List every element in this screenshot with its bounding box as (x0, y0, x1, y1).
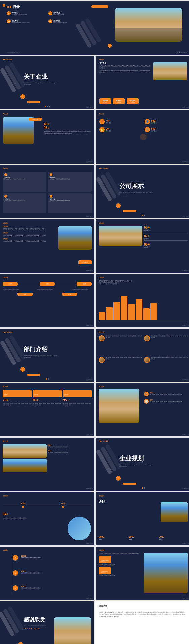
stats2-num-3: 20+ (106, 128, 111, 130)
row-12: 感谢欣赏 公司介绍/企业营销/部门介绍/企业规划 THANK YOU DAYPP… (0, 601, 189, 644)
about-title-cn: 关于企业 (24, 73, 57, 81)
cards-watermark: DAYPPT.COM (86, 216, 93, 217)
timeline-pct-1: 20% (21, 502, 25, 505)
plan-title-watermark: DAYPPT.COM (182, 488, 189, 490)
slide-plan-title: 企业规划 Input the data here,change the pict… (96, 438, 189, 491)
row-10: 企业规划 20% 20% 34+ 企业规划企业规划企业规划企业规划企业规划企业规… (0, 492, 189, 545)
company-list-watermark: DAYPPT.COM (86, 270, 93, 272)
stats1-desc1: 关于企业 关于企业 关于企业,关于企业关于企业关于企业关于企业。关于企业关于企业… (99, 65, 151, 69)
row-8: 部门介绍 部门1 78+ 部门介绍部门介绍部门介绍部门介绍部门介绍部门介绍部门介… (0, 383, 189, 436)
deco-pill (91, 5, 108, 8)
company-stat-label-3: 公司展示 (144, 246, 188, 248)
plan-stat-item-3: 20% 规划3 (159, 535, 188, 540)
dept-stat-label-1: 部门1 (3, 390, 32, 397)
row-5: 公司展示 公司展示 公司展示公司展示公司展示公司展示公司展示公司展示公司展示公司… (0, 219, 189, 273)
dept-stat-desc-2: 部门介绍部门介绍部门介绍部门介绍部门介绍部门介绍部门介绍部门介绍部门介绍 (33, 403, 62, 406)
stats2-grid: 📍 45+ 关于企业 👤 980+ 关于企业 🔔 20+ 关于企业 (99, 119, 187, 132)
row-4: 关于企业 关于企业 关于企业关于企业关于企业关于企业关于企业 关于企业 关于企业… (0, 165, 189, 218)
flow-desc-2: 公司展示公司展示公司展示公司展示 (37, 289, 58, 290)
dept-person-desc-2: 部门介绍部门介绍部门介绍部门介绍部门介绍部门介绍部门介绍部门介绍部门介绍部门介绍 (151, 335, 188, 338)
about-card-4: 关于企业 关于企业关于企业关于企业关于企业关于企业 (48, 193, 92, 213)
copyright-desc: 感谢您下载使用本套模板，关于版权方面 ("Finally Them")，若有，我… (99, 611, 185, 618)
company-list-header: 公司展示 (3, 222, 8, 224)
plan-title-section: ▶▶▶ 企业规划 (99, 440, 108, 442)
features-header: 关于企业 (3, 113, 8, 115)
dept-photo-watermark: DAYPPT.COM (182, 434, 189, 435)
company-list-item-desc-2: 公司展示公司展示公司展示公司展示公司展示公司展示公司展示公司展示 (3, 234, 56, 236)
bar-6 (136, 299, 142, 320)
toc-sublabel-4: CORPORATE PLANNING (53, 22, 67, 23)
slide-copyright: 版权声明 感谢您下载使用本套模板，关于版权方面 ("Finally Them")… (95, 601, 189, 644)
dept-stat-name-2: 部门2 (34, 394, 38, 396)
stats2-label-4: 关于企业 (151, 130, 157, 132)
plan-title-navdots (142, 487, 145, 489)
company-flow-top: 步骤 步骤 步骤 (3, 282, 92, 286)
stat-box-2: 98% 关于企业 (113, 98, 125, 104)
dept-grid-desc-1: 部门介绍部门介绍部门介绍部门介绍部门介绍 (48, 446, 92, 448)
dept-stat-name-3: 部门3 (64, 394, 68, 396)
toc-sublabel-2: COMPANY DISPLAY (53, 14, 65, 15)
toc-grid: 01 关于企业 COMPANY INTRODUCTION 02 公司展示 COM… (7, 11, 87, 24)
card-desc-1: 关于企业关于企业关于企业关于企业关于企业 (4, 178, 45, 180)
dept-title-content: 部门介绍 Input the data here,change the pict… (24, 345, 57, 358)
flow-desc-3: 公司展示公司展示公司展示公司展示 (72, 289, 92, 290)
slide-plan-timeline: 企业规划 20% 20% 34+ 企业规划企业规划企业规划企业规划企业规划企业规… (0, 492, 95, 545)
toc-image (115, 8, 182, 42)
flow-step-2: 步骤 (40, 282, 55, 286)
bar-3 (113, 302, 120, 320)
about-card-3: 关于企业 关于企业关于企业关于企业关于企业关于企业 (3, 193, 46, 213)
plan-stat-label-txt-2: 规划2 (129, 538, 158, 540)
card-icon-1 (4, 173, 7, 176)
about-title-desc: Input the data here,change the picture, … (24, 82, 57, 86)
company-list-tag-label: 公司展示 (82, 262, 88, 263)
plan-title-desc: Input the data here,change the picture, … (119, 464, 153, 467)
plan-compare-badge-2: 企业规划 30+ (99, 567, 111, 574)
dept-person-1: 部门介绍部门介绍部门介绍部门介绍部门介绍部门介绍部门介绍部门介绍部门介绍部门介绍 (99, 335, 142, 355)
stat-box-3: 45% 关于企业 (127, 98, 139, 104)
company-chart-watermark: DAYPPT.COM (182, 325, 189, 326)
stats2-num-4: 560+ (151, 128, 157, 130)
plan-timeline-num1: 34+ (3, 512, 36, 516)
dept-person-desc-3: 部门介绍部门介绍部门介绍部门介绍部门介绍部门介绍部门介绍部门介绍部门介绍部门介绍 (106, 357, 142, 360)
company-stat-num-3: 65+ (144, 243, 188, 246)
plan-title-content: 企业规划 Input the data here,change the pict… (119, 454, 153, 467)
company-list-tag: 公司展示 (78, 260, 92, 264)
plan-flow-step-1: 1 200X 企业规划企业规划企业规划企业规划企业规划 (5, 555, 41, 561)
plan-flow-watermark: DAYPPT.COM (86, 598, 93, 599)
dept-stat-num-1: 78+ (3, 398, 32, 402)
slide-dept-persons: 部门介绍 部门介绍部门介绍部门介绍部门介绍部门介绍部门介绍部门介绍部门介绍部门介… (96, 329, 189, 382)
flow-step-label-2: 步骤 (41, 283, 53, 285)
dept-stat-desc-3: 部门介绍部门介绍部门介绍部门介绍部门介绍部门介绍部门介绍部门介绍部门介绍 (63, 403, 92, 406)
company-list-item-desc-3: 公司展示公司展示公司展示公司展示公司展示公司展示公司展示公司展示 (3, 240, 56, 242)
about-title-section: ▶▶▶ 关于企业 (3, 59, 12, 60)
plan-stat-pct-2: 20% (129, 535, 158, 538)
dept-grid-watermark: DAYPPT.COM (86, 488, 93, 490)
stats2-num-1: 45+ (106, 120, 111, 122)
toc-sublabel-3: DEPARTMENT INTRODUCTION (12, 22, 29, 23)
plan-compare-label-1: 企业规划 20% (101, 560, 109, 562)
toc-sublabel-1: COMPANY INTRODUCTION (12, 14, 27, 15)
stats2-icon-4: 📎 (145, 127, 150, 132)
stats2-deco-circle (140, 134, 147, 140)
slide-toc: ▶▶▶ 目录 01 关于企业 COMPANY INTRODUCTION 02 公… (0, 1, 189, 55)
row-11: 企业规划 1 200X 企业规划企业规划企业规划企业规划企业规划 2 200X … (0, 547, 189, 600)
about-title-deco2 (27, 101, 40, 103)
plan-compare-desc-2: 企业规划企业规划企业规划企业规划 (99, 575, 139, 576)
timeline-line: 20% 20% (3, 506, 92, 506)
dept-persons-header: 部门介绍 (99, 331, 104, 333)
stats2-label-1: 关于企业 (106, 122, 111, 124)
plan-compare-left: 企业规划企业规划企业规划企业规划企业规划企业规划企业规划企业规划企业规划企业规划… (99, 553, 139, 577)
plan-stats-header: 企业规划 (99, 495, 104, 497)
dept-photo-items: 📞 部门 部门介绍部门介绍部门介绍部门介绍部门介绍部门介绍部门介绍部门介绍 📊 … (144, 392, 188, 404)
plan-compare-desc: 企业规划企业规划企业规划企业规划企业规划企业规划企业规划企业规划企业规划企业规划 (99, 553, 139, 554)
plan-flow-desc-1: 企业规划企业规划企业规划企业规划企业规划 (21, 557, 41, 558)
plan-flow-dot-2: 2 (13, 570, 18, 576)
stats2-icon-2: 👤 (145, 119, 150, 124)
plan-title-deco2 (123, 483, 136, 485)
stats1-desc2: 关于企业 关于企业 关于企业,关于企业关于企业关于企业关于企业。关于企业关于企业… (99, 70, 151, 73)
row-9: 部门介绍 部门 部门介绍部门介绍部门介绍部门介绍部门介绍 部门 部门介绍部门介绍… (0, 438, 189, 491)
company-flow-header: 公司展示 (3, 277, 8, 278)
slide-plan-stats: 企业规划 34+ 20% 规划1 20% 规划2 20% 规划3 DAYPPT.… (96, 492, 189, 545)
company-list-items: 公司展示 公司展示公司展示公司展示公司展示公司展示公司展示公司展示公司展示 公司… (3, 226, 56, 242)
slide-thankyou: 感谢欣赏 公司介绍/企业营销/部门介绍/企业规划 THANK YOU DAYPP… (0, 601, 94, 644)
